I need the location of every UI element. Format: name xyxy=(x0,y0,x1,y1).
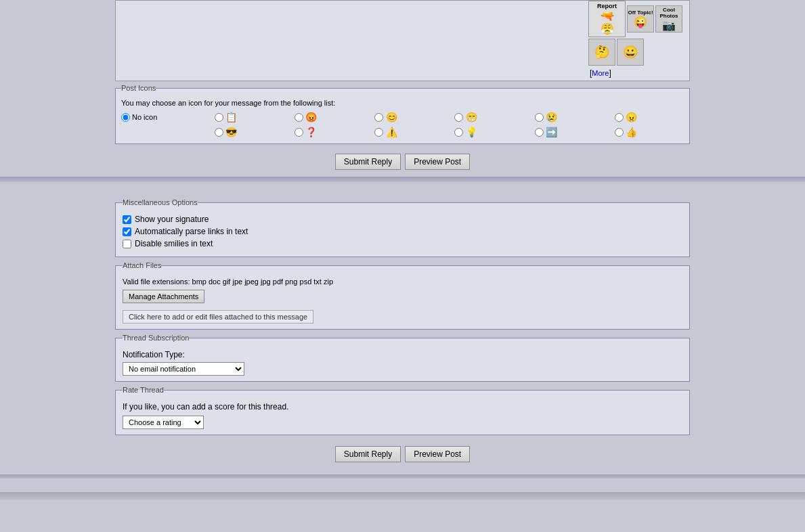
radio-mad[interactable] xyxy=(615,113,624,122)
rate-thread-legend: Rate Thread xyxy=(123,386,164,394)
icon-no-icon[interactable]: No icon xyxy=(121,113,204,122)
smilies-area: Report 🔫 😤 Off Topic! 😜 Cool Photos 📷 xyxy=(115,0,690,81)
attach-files-legend: Attach Files xyxy=(123,261,161,269)
radio-sad[interactable] xyxy=(535,113,544,122)
more-smilies-link[interactable]: More xyxy=(592,69,609,77)
icon-angry[interactable]: 😡 xyxy=(295,111,364,123)
post-icons-legend: Post Icons xyxy=(121,84,156,92)
radio-arrow[interactable] xyxy=(535,128,544,137)
valid-extensions-text: Valid file extensions: bmp doc gif jpe j… xyxy=(123,278,682,286)
radio-grin[interactable] xyxy=(454,113,463,122)
cool-icon: 😎 xyxy=(225,126,238,138)
post-icons-section: Post Icons You may choose an icon for yo… xyxy=(115,84,690,144)
thread-subscription-legend: Thread Subscription xyxy=(123,334,189,342)
radio-thumbup[interactable] xyxy=(615,128,624,137)
icon-grin[interactable]: 😁 xyxy=(454,111,523,123)
icon-mad[interactable]: 😠 xyxy=(615,111,684,123)
angry-icon: 😡 xyxy=(305,111,318,123)
smilies-row-2: 🤔 😀 xyxy=(588,39,682,66)
post-icons-fieldset: Post Icons You may choose an icon for yo… xyxy=(115,84,690,144)
show-signature-label: Show your signature xyxy=(135,215,209,224)
grin-icon: 😁 xyxy=(465,111,477,123)
divider-bar-1 xyxy=(0,177,805,182)
misc-options-legend: Miscellaneous Options xyxy=(123,198,198,206)
rate-thread-section: Rate Thread If you like, you can add a s… xyxy=(115,386,690,435)
show-signature-option[interactable]: Show your signature xyxy=(123,215,682,224)
cool-photos-smiley[interactable]: Cool Photos 📷 xyxy=(655,5,682,32)
icon-smile[interactable]: 😊 xyxy=(374,111,443,123)
attach-files-fieldset: Attach Files Valid file extensions: bmp … xyxy=(115,261,690,330)
attach-files-section: Attach Files Valid file extensions: bmp … xyxy=(115,261,690,330)
radio-note[interactable] xyxy=(215,113,223,122)
gap-section xyxy=(0,182,805,196)
icon-note[interactable]: 📋 xyxy=(215,111,284,123)
sad-icon: 😢 xyxy=(546,111,558,123)
footer-bar2 xyxy=(0,492,805,500)
note-icon: 📋 xyxy=(225,111,238,123)
attach-note-text: Click here to add or edit files attached… xyxy=(123,310,313,324)
icon-idea[interactable]: 💡 xyxy=(454,126,523,138)
icon-warning[interactable]: ⚠️ xyxy=(374,126,443,138)
smile-icon: 😊 xyxy=(385,111,397,123)
radio-idea[interactable] xyxy=(454,128,463,137)
preview-post-button-bottom[interactable]: Preview Post xyxy=(405,446,470,462)
smiley-extra2[interactable]: 😀 xyxy=(617,39,644,66)
off-topic-smiley[interactable]: Off Topic! 😜 xyxy=(627,5,654,32)
rate-thread-fieldset: Rate Thread If you like, you can add a s… xyxy=(115,386,690,435)
notification-type-select[interactable]: No email notification Instant email noti… xyxy=(123,362,244,376)
auto-parse-option[interactable]: Automatically parse links in text xyxy=(123,227,682,236)
disable-smilies-checkbox[interactable] xyxy=(123,240,131,248)
attach-note-container: Click here to add or edit files attached… xyxy=(123,307,682,324)
auto-parse-label: Automatically parse links in text xyxy=(135,227,248,236)
submit-area-top: Submit Reply Preview Post xyxy=(0,147,805,177)
icons-grid: No icon 📋 😡 😊 😁 xyxy=(121,111,684,138)
warning-icon: ⚠️ xyxy=(385,126,397,138)
thread-subscription-fieldset: Thread Subscription Notification Type: N… xyxy=(115,334,690,382)
radio-cool[interactable] xyxy=(215,128,223,137)
radio-angry[interactable] xyxy=(295,113,303,122)
radio-smile[interactable] xyxy=(374,113,383,122)
preview-post-button-top[interactable]: Preview Post xyxy=(405,154,470,170)
submit-area-bottom: Submit Reply Preview Post xyxy=(0,439,805,469)
misc-options-fieldset: Miscellaneous Options Show your signatur… xyxy=(115,198,690,257)
rate-thread-description: If you like, you can add a score for thi… xyxy=(123,402,682,412)
icon-question[interactable]: ❓ xyxy=(295,126,364,138)
smilies-row-1: Report 🔫 😤 Off Topic! 😜 Cool Photos 📷 xyxy=(588,1,682,37)
question-icon: ❓ xyxy=(305,126,318,138)
icon-arrow[interactable]: ➡️ xyxy=(535,126,604,138)
footer-bar xyxy=(0,479,805,492)
disable-smilies-option[interactable]: Disable smilies in text xyxy=(123,239,682,248)
report-smiley[interactable]: Report 🔫 😤 xyxy=(588,1,626,37)
submit-reply-button-bottom[interactable]: Submit Reply xyxy=(335,446,401,462)
thread-subscription-section: Thread Subscription Notification Type: N… xyxy=(115,334,690,382)
misc-options-section: Miscellaneous Options Show your signatur… xyxy=(115,198,690,257)
arrow-icon: ➡️ xyxy=(546,126,558,138)
auto-parse-checkbox[interactable] xyxy=(123,227,131,236)
mad-icon: 😠 xyxy=(626,111,638,123)
show-signature-checkbox[interactable] xyxy=(123,215,131,224)
thumbup-icon: 👍 xyxy=(626,126,638,138)
idea-icon: 💡 xyxy=(465,126,477,138)
icon-cool[interactable]: 😎 xyxy=(215,126,284,138)
radio-question[interactable] xyxy=(295,128,303,137)
icon-thumbup[interactable]: 👍 xyxy=(615,126,684,138)
rate-thread-select[interactable]: Choose a rating 1 - Terrible 2 - Bad 3 -… xyxy=(123,416,204,429)
post-icons-description: You may choose an icon for your message … xyxy=(121,99,684,107)
manage-attachments-button[interactable]: Manage Attachments xyxy=(123,290,204,303)
more-link-container: [More] xyxy=(588,67,682,79)
radio-no-icon[interactable] xyxy=(121,113,130,122)
smiley-extra1[interactable]: 🤔 xyxy=(588,39,615,66)
smilies-grid: Report 🔫 😤 Off Topic! 😜 Cool Photos 📷 xyxy=(588,1,682,79)
submit-reply-button-top[interactable]: Submit Reply xyxy=(335,154,401,170)
disable-smilies-label: Disable smilies in text xyxy=(135,239,213,248)
radio-warning[interactable] xyxy=(374,128,383,137)
icon-sad[interactable]: 😢 xyxy=(535,111,604,123)
notification-type-label: Notification Type: xyxy=(123,350,682,359)
page-wrapper: Report 🔫 😤 Off Topic! 😜 Cool Photos 📷 xyxy=(0,0,805,532)
